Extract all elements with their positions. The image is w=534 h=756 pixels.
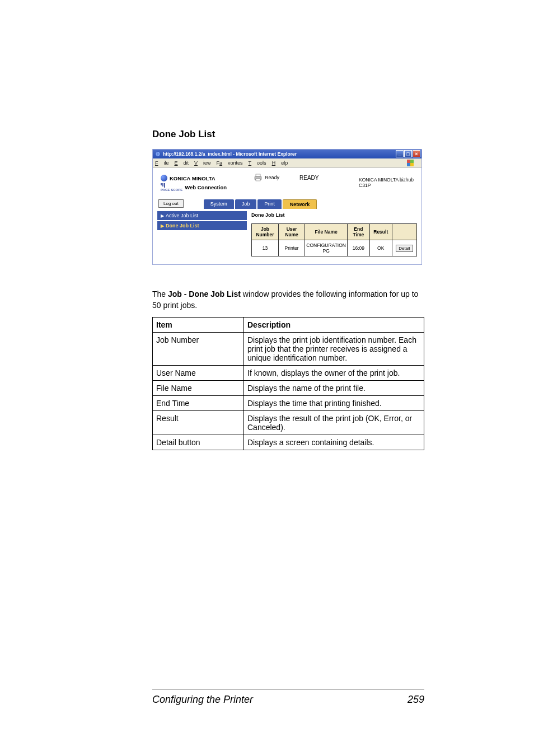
desc-item: Detail button (153, 435, 244, 450)
window-minimize-button[interactable]: _ (396, 150, 404, 157)
col-end-time: End Time (347, 224, 369, 240)
done-job-table: Job Number User Name File Name End Time … (251, 223, 417, 256)
menu-help[interactable]: Help (272, 160, 288, 166)
desc-text: Displays the name of the print file. (244, 380, 424, 395)
cell-result: OK (369, 240, 392, 256)
menu-view[interactable]: View (194, 160, 211, 166)
ie-logo-icon (407, 160, 414, 166)
col-detail (392, 224, 416, 240)
web-connection-label: Web Connection (185, 184, 227, 190)
page-footer: Configuring the Printer 259 (110, 689, 424, 706)
cell-end-time: 16:09 (347, 240, 369, 256)
detail-button[interactable]: Detail (396, 245, 413, 252)
desc-text: If known, displays the owner of the prin… (244, 365, 424, 380)
section-title: Done Job List (152, 129, 424, 140)
screenshot-window: http://192.168.1.2/a_index.html - Micros… (152, 149, 422, 265)
sidebar-item-label: Done Job List (166, 223, 199, 228)
menu-favorites[interactable]: Favorites (217, 160, 243, 166)
footer-section-title: Configuring the Printer (152, 694, 253, 706)
desc-text: Displays the time that printing finished… (244, 395, 424, 410)
desc-text: Displays the print job identification nu… (244, 332, 424, 365)
desc-item: End Time (153, 395, 244, 410)
desc-item: Job Number (153, 332, 244, 365)
desc-text: Displays a screen containing details. (244, 435, 424, 450)
menu-tools[interactable]: Tools (249, 160, 266, 166)
table-row: Detail button Displays a screen containi… (153, 435, 424, 450)
body-paragraph: The Job - Done Job List window provides … (152, 288, 424, 311)
table-row: User Name If known, displays the owner o… (153, 365, 424, 380)
ie-page-icon (155, 151, 161, 157)
table-row: 13 Printer CONFIGURATION PG 16:09 OK Det… (252, 240, 417, 256)
cell-job-number: 13 (252, 240, 279, 256)
table-row: Result Displays the result of the print … (153, 410, 424, 435)
svg-rect-7 (256, 179, 260, 181)
tab-job[interactable]: Job (235, 199, 257, 209)
tab-system[interactable]: System (204, 199, 234, 209)
desc-item: User Name (153, 365, 244, 380)
cell-user-name: Printer (278, 240, 305, 256)
menu-edit[interactable]: Edit (175, 160, 189, 166)
sidebar-active-job-list[interactable]: ▶ Active Job List (157, 211, 247, 220)
model-line-2: C31P (359, 183, 414, 188)
col-result: Result (369, 224, 392, 240)
description-table: Item Description Job Number Displays the… (152, 317, 424, 450)
para-bold: Job - Done Job List (168, 290, 241, 298)
table-row: Job Number Displays the print job identi… (153, 332, 424, 365)
desc-header-desc: Description (244, 317, 424, 332)
pagescope-icon: PAGE SCOPE (161, 183, 182, 192)
desc-item: Result (153, 410, 244, 435)
svg-rect-2 (410, 160, 414, 163)
status-ready-big: READY (299, 174, 318, 181)
svg-rect-6 (256, 174, 260, 176)
panel-title: Done Job List (251, 212, 417, 218)
brand-name: KONICA MINOLTA (170, 175, 216, 181)
menubar: File Edit View Favorites Tools Help (153, 158, 421, 168)
printer-status-icon (254, 174, 263, 181)
tab-network[interactable]: Network (283, 199, 317, 209)
caret-right-icon: ▶ (161, 213, 164, 218)
brand-dot-icon (161, 175, 167, 181)
desc-item: File Name (153, 380, 244, 395)
cell-file-name: CONFIGURATION PG (305, 240, 348, 256)
menu-file[interactable]: File (155, 160, 169, 166)
col-job-number: Job Number (252, 224, 279, 240)
footer-page-number: 259 (407, 694, 424, 706)
svg-rect-4 (410, 163, 414, 166)
svg-rect-1 (407, 160, 410, 163)
logout-button[interactable]: Log out (158, 199, 184, 208)
table-row: End Time Displays the time that printing… (153, 395, 424, 410)
svg-rect-3 (407, 163, 410, 166)
col-file-name: File Name (305, 224, 348, 240)
window-close-button[interactable]: × (413, 150, 420, 157)
window-title-text: http://192.168.1.2/a_index.html - Micros… (163, 151, 297, 157)
cell-detail: Detail (392, 240, 416, 256)
window-maximize-button[interactable]: □ (404, 150, 412, 157)
desc-text: Displays the result of the print job (OK… (244, 410, 424, 435)
table-row: File Name Displays the name of the print… (153, 380, 424, 395)
status-ready-small: Ready (265, 174, 279, 180)
desc-header-item: Item (153, 317, 244, 332)
col-user-name: User Name (278, 224, 305, 240)
tab-print[interactable]: Print (257, 199, 282, 209)
window-titlebar: http://192.168.1.2/a_index.html - Micros… (153, 150, 421, 158)
sidebar-item-label: Active Job List (166, 213, 198, 218)
sidebar-done-job-list[interactable]: ▶ Done Job List (157, 221, 247, 230)
caret-right-icon: ▶ (161, 223, 164, 228)
model-line-1: KONICA MINOLTA bizhub (359, 177, 414, 183)
